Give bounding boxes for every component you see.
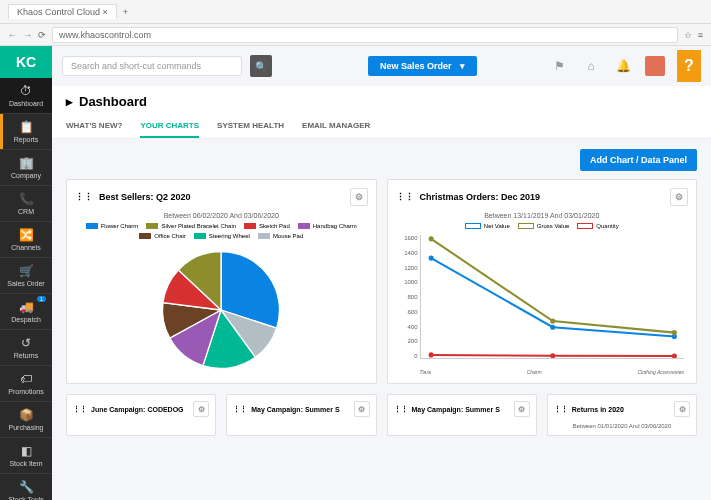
legend-item: Mouse Pad bbox=[258, 233, 303, 239]
small-panel: ⋮⋮May Campaign: Summer S⚙ bbox=[226, 394, 376, 436]
drag-icon[interactable]: ⋮⋮ bbox=[73, 405, 87, 413]
sidebar-item-despatch[interactable]: 🚚Despatch1 bbox=[0, 294, 52, 330]
small-panels-row: ⋮⋮June Campaign: CODEDOG⚙⋮⋮May Campaign:… bbox=[66, 394, 697, 436]
help-button[interactable]: ? bbox=[677, 50, 701, 82]
content-area: Add Chart / Data Panel ⋮⋮ Best Sellers: … bbox=[52, 139, 711, 500]
nav-icon: 📋 bbox=[2, 120, 50, 134]
tab-email-manager[interactable]: EMAIL MANAGER bbox=[302, 115, 370, 138]
sidebar-item-purchasing[interactable]: 📦Purchasing bbox=[0, 402, 52, 438]
small-panel-title: May Campaign: Summer S bbox=[251, 406, 339, 413]
nav-label: Channels bbox=[11, 244, 41, 251]
sidebar-item-dashboard[interactable]: ⏱Dashboard bbox=[0, 78, 52, 114]
small-panel-subtitle: Between 01/01/2020 And 03/06/2020 bbox=[554, 423, 690, 429]
tab-what-s-new-[interactable]: WHAT'S NEW? bbox=[66, 115, 122, 138]
pie-chart bbox=[75, 245, 368, 375]
sidebar-item-sales-order[interactable]: 🛒Sales Order bbox=[0, 258, 52, 294]
back-icon[interactable]: ← bbox=[8, 30, 17, 40]
nav-label: CRM bbox=[18, 208, 34, 215]
search-icon: 🔍 bbox=[255, 61, 267, 72]
gear-icon[interactable]: ⚙ bbox=[350, 188, 368, 206]
nav-label: Reports bbox=[14, 136, 39, 143]
sidebar-item-reports[interactable]: 📋Reports bbox=[0, 114, 52, 150]
sidebar-item-stock-tools[interactable]: 🔧Stock Tools bbox=[0, 474, 52, 500]
small-panel: ⋮⋮Returns in 2020⚙Between 01/01/2020 And… bbox=[547, 394, 697, 436]
home-icon[interactable]: ⌂ bbox=[581, 56, 601, 76]
nav-label: Despatch bbox=[11, 316, 41, 323]
tab-system-health[interactable]: SYSTEM HEALTH bbox=[217, 115, 284, 138]
forward-icon[interactable]: → bbox=[23, 30, 32, 40]
drag-icon[interactable]: ⋮⋮ bbox=[554, 405, 568, 413]
browser-tab[interactable]: Khaos Control Cloud × bbox=[8, 4, 117, 19]
drag-icon[interactable]: ⋮⋮ bbox=[75, 192, 93, 202]
x-axis-labels: TiaraCharmClothing Accessories bbox=[420, 369, 685, 375]
search-button[interactable]: 🔍 bbox=[250, 55, 272, 77]
legend-item: Steering Wheel bbox=[194, 233, 250, 239]
caret-icon: ▸ bbox=[66, 94, 73, 109]
gear-icon[interactable]: ⚙ bbox=[193, 401, 209, 417]
nav-icon: ⏱ bbox=[2, 84, 50, 98]
legend-item: Net Value bbox=[465, 223, 510, 229]
nav-label: Dashboard bbox=[9, 100, 43, 107]
svg-point-5 bbox=[671, 330, 676, 335]
add-chart-button[interactable]: Add Chart / Data Panel bbox=[580, 149, 697, 171]
menu-icon[interactable]: ≡ bbox=[698, 30, 703, 40]
browser-url-bar: ← → ⟳ www.khaoscontrol.com ☆ ≡ bbox=[0, 24, 711, 46]
nav-badge: 1 bbox=[37, 296, 46, 302]
nav-icon: 🏷 bbox=[2, 372, 50, 386]
nav-icon: ↺ bbox=[2, 336, 50, 350]
tab-title: Khaos Control Cloud bbox=[17, 7, 100, 17]
panel-header: ⋮⋮ Best Sellers: Q2 2020 ⚙ bbox=[75, 188, 368, 206]
star-icon[interactable]: ☆ bbox=[684, 30, 692, 40]
gear-icon[interactable]: ⚙ bbox=[674, 401, 690, 417]
sidebar-item-crm[interactable]: 📞CRM bbox=[0, 186, 52, 222]
nav-icon: 🔧 bbox=[2, 480, 50, 494]
new-tab-button[interactable]: + bbox=[123, 7, 128, 17]
url-input[interactable]: www.khaoscontrol.com bbox=[52, 27, 678, 43]
sidebar-item-stock-item[interactable]: ◧Stock Item bbox=[0, 438, 52, 474]
nav-icon: 🔀 bbox=[2, 228, 50, 242]
nav-label: Promotions bbox=[8, 388, 43, 395]
drag-icon[interactable]: ⋮⋮ bbox=[394, 405, 408, 413]
svg-point-0 bbox=[428, 256, 433, 261]
new-sales-order-button[interactable]: New Sales Order ▾ bbox=[368, 56, 477, 76]
drag-icon[interactable]: ⋮⋮ bbox=[396, 192, 414, 202]
svg-point-1 bbox=[550, 325, 555, 330]
avatar[interactable] bbox=[645, 56, 665, 76]
plot-area bbox=[420, 235, 685, 359]
sidebar-item-returns[interactable]: ↺Returns bbox=[0, 330, 52, 366]
line-chart: 16001400120010008006004002000 TiaraCharm… bbox=[396, 235, 689, 375]
legend-item: Gross Value bbox=[518, 223, 570, 229]
small-panel-title: Returns in 2020 bbox=[572, 406, 624, 413]
gear-icon[interactable]: ⚙ bbox=[514, 401, 530, 417]
svg-point-3 bbox=[428, 236, 433, 241]
drag-icon[interactable]: ⋮⋮ bbox=[233, 405, 247, 413]
gear-icon[interactable]: ⚙ bbox=[354, 401, 370, 417]
sidebar-item-company[interactable]: 🏢Company bbox=[0, 150, 52, 186]
nav-icon: 🚚 bbox=[2, 300, 50, 314]
svg-point-6 bbox=[428, 352, 433, 357]
search-input[interactable]: Search and short-cut commands bbox=[62, 56, 242, 76]
small-panel-header: ⋮⋮May Campaign: Summer S⚙ bbox=[394, 401, 530, 417]
sidebar-item-promotions[interactable]: 🏷Promotions bbox=[0, 366, 52, 402]
small-panel-header: ⋮⋮May Campaign: Summer S⚙ bbox=[233, 401, 369, 417]
reload-icon[interactable]: ⟳ bbox=[38, 30, 46, 40]
panel-christmas-orders: ⋮⋮ Christmas Orders: Dec 2019 ⚙ Between … bbox=[387, 179, 698, 384]
nav-icon: 📦 bbox=[2, 408, 50, 422]
panel-subtitle: Between 13/11/2019 And 03/01/2020 bbox=[396, 212, 689, 219]
chart-panels: ⋮⋮ Best Sellers: Q2 2020 ⚙ Between 06/02… bbox=[66, 179, 697, 384]
bell-icon[interactable]: 🔔 bbox=[613, 56, 633, 76]
nav-icon: ◧ bbox=[2, 444, 50, 458]
tab-your-charts[interactable]: YOUR CHARTS bbox=[140, 115, 199, 138]
gear-icon[interactable]: ⚙ bbox=[670, 188, 688, 206]
flag-icon[interactable]: ⚑ bbox=[549, 56, 569, 76]
panel-header: ⋮⋮ Christmas Orders: Dec 2019 ⚙ bbox=[396, 188, 689, 206]
sidebar-item-channels[interactable]: 🔀Channels bbox=[0, 222, 52, 258]
small-panel-header: ⋮⋮Returns in 2020⚙ bbox=[554, 401, 690, 417]
small-panel: ⋮⋮June Campaign: CODEDOG⚙ bbox=[66, 394, 216, 436]
nav-label: Stock Tools bbox=[8, 496, 44, 500]
legend-item: Quantity bbox=[577, 223, 618, 229]
close-icon[interactable]: × bbox=[103, 7, 108, 17]
logo[interactable]: KC bbox=[0, 46, 52, 78]
svg-point-7 bbox=[550, 353, 555, 358]
pie-legend: Flower CharmSilver Plated Bracelet Chain… bbox=[75, 223, 368, 239]
